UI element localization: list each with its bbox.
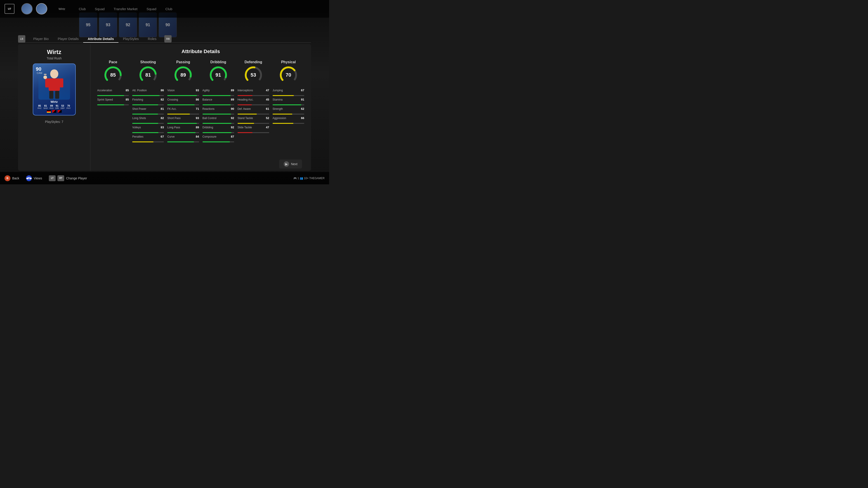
views-control[interactable]: ◀R▶ Views bbox=[26, 175, 42, 181]
bottom-right-info: 🎮 1 👥 10+ THEGAMER bbox=[293, 177, 324, 180]
attr-bar-container-physical-2 bbox=[273, 113, 304, 115]
svg-rect-5 bbox=[55, 91, 59, 99]
attr-name-dribbling-5: Composure bbox=[203, 135, 227, 138]
attr-val-defending-1: 45 bbox=[263, 98, 269, 101]
attr-row-shooting-3: Long Shots82 bbox=[132, 116, 164, 120]
attr-name-dribbling-2: Reactions bbox=[203, 107, 227, 110]
attr-name-pace-1: Sprint Speed bbox=[97, 98, 121, 101]
gauge-value-dribbling: 91 bbox=[215, 72, 221, 78]
change-player-control[interactable]: LT RT Change Player bbox=[49, 175, 87, 181]
attr-bar-passing-3 bbox=[167, 123, 197, 124]
attr-bar-shooting-3 bbox=[132, 123, 158, 124]
tab-player-bio[interactable]: Player Bio bbox=[29, 35, 53, 42]
attr-item-physical-3: Aggression66 bbox=[273, 116, 304, 126]
attr-row-passing-1: Crossing86 bbox=[167, 98, 199, 101]
gauge-value-passing: 89 bbox=[180, 72, 186, 78]
attr-column-pace: Pace 85Acceleration85Sprint Speed85 bbox=[97, 60, 129, 144]
card-stat-pas: 89 PAS bbox=[50, 104, 54, 109]
attr-item-passing-3: Short Pass93 bbox=[167, 116, 199, 126]
attr-row-dribbling-1: Balance89 bbox=[203, 98, 234, 101]
attr-bar-container-shooting-3 bbox=[132, 123, 164, 124]
attr-bar-passing-1 bbox=[167, 104, 195, 105]
attr-bar-container-passing-2 bbox=[167, 113, 199, 115]
attr-bar-container-physical-3 bbox=[273, 123, 304, 124]
attr-item-passing-4: Long Pass89 bbox=[167, 126, 199, 135]
attr-item-defending-4: Slide Tackle47 bbox=[238, 126, 269, 135]
card-player-name: Wirtz bbox=[51, 100, 58, 103]
attr-bar-container-shooting-4 bbox=[132, 132, 164, 133]
attr-bar-physical-3 bbox=[273, 123, 293, 124]
attr-column-passing: Passing 89Vision93Crossing86FK Acc.71Sho… bbox=[167, 60, 199, 144]
attr-row-physical-2: Strength62 bbox=[273, 107, 304, 110]
attr-bar-physical-2 bbox=[273, 113, 292, 115]
attr-row-pace-1: Sprint Speed85 bbox=[97, 98, 129, 101]
attribute-details-title: Attribute Details bbox=[97, 48, 304, 55]
attr-item-pace-1: Sprint Speed85 bbox=[97, 98, 129, 107]
attr-category-pace: Pace 85 bbox=[97, 60, 129, 85]
card-flags bbox=[47, 110, 62, 113]
attr-item-shooting-2: Shot Power81 bbox=[132, 107, 164, 116]
attr-bar-dribbling-1 bbox=[203, 104, 231, 105]
attr-name-passing-5: Curve bbox=[167, 135, 191, 138]
player-name: Wirtz bbox=[47, 48, 61, 56]
attr-val-passing-1: 86 bbox=[193, 98, 199, 101]
nav-item-club[interactable]: Club bbox=[79, 7, 86, 11]
attr-val-physical-2: 62 bbox=[298, 107, 304, 110]
attr-bar-defending-0 bbox=[238, 95, 252, 96]
tab-player-details[interactable]: Player Details bbox=[53, 35, 83, 42]
attr-bar-dribbling-5 bbox=[203, 141, 230, 142]
attr-val-shooting-4: 83 bbox=[158, 126, 164, 129]
attr-row-defending-4: Slide Tackle47 bbox=[238, 126, 269, 129]
playstyles-count: PlayStyles: 7 bbox=[45, 120, 63, 124]
attr-bar-shooting-2 bbox=[132, 113, 158, 115]
attr-item-passing-5: Curve84 bbox=[167, 135, 199, 144]
attr-val-shooting-3: 82 bbox=[158, 116, 164, 120]
card-stat-phy: 70 PHY bbox=[66, 104, 71, 109]
attr-name-passing-1: Crossing bbox=[167, 98, 191, 101]
attr-bar-container-passing-5 bbox=[167, 141, 199, 142]
attr-name-dribbling-0: Agility bbox=[203, 89, 227, 92]
attr-bar-dribbling-2 bbox=[203, 113, 231, 115]
svg-rect-4 bbox=[49, 91, 53, 99]
tab-roles[interactable]: Roles bbox=[143, 35, 161, 42]
attr-row-passing-4: Long Pass89 bbox=[167, 126, 199, 129]
svg-point-6 bbox=[43, 75, 47, 79]
nav-item-squad[interactable]: Squad bbox=[95, 7, 104, 11]
attr-name-passing-4: Long Pass bbox=[167, 126, 191, 129]
attr-row-shooting-5: Penalties67 bbox=[132, 135, 164, 138]
attr-row-shooting-0: Att. Position86 bbox=[132, 89, 164, 92]
nav-label-wirtz: Wirtz bbox=[59, 7, 65, 11]
attr-row-pace-0: Acceleration85 bbox=[97, 89, 129, 92]
back-control[interactable]: B Back bbox=[4, 175, 19, 181]
attr-name-dribbling-3: Ball Control bbox=[203, 117, 227, 120]
card-stat-def: 53 DEF bbox=[61, 104, 65, 109]
attr-bar-container-shooting-5 bbox=[132, 141, 164, 142]
card-stats-row: 85 PAC 81 SHO 89 PAS 91 DRI 53 DEF bbox=[37, 104, 71, 109]
nav-item-club2[interactable]: Club bbox=[165, 7, 173, 11]
attr-item-dribbling-5: Composure87 bbox=[203, 135, 234, 144]
gauge-value-shooting: 81 bbox=[145, 72, 151, 78]
card-stat-dri: 91 DRI bbox=[55, 104, 59, 109]
attr-category-shooting: Shooting 81 bbox=[132, 60, 164, 85]
player-card-image bbox=[38, 68, 70, 100]
btn-lt-badge: LT bbox=[49, 175, 56, 181]
attr-val-defending-3: 52 bbox=[263, 116, 269, 120]
attr-bar-passing-5 bbox=[167, 141, 194, 142]
attr-item-pace-0: Acceleration85 bbox=[97, 89, 129, 98]
next-button[interactable]: ▶ Next bbox=[279, 160, 302, 168]
attr-category-passing: Passing 89 bbox=[167, 60, 199, 85]
attr-column-physical: Physical 70Jumping67Stamina91Strength62A… bbox=[273, 60, 304, 144]
tab-ctrl-lb[interactable]: LB bbox=[18, 35, 25, 42]
tab-attribute-details[interactable]: Attribute Details bbox=[83, 35, 119, 42]
nav-item-transfer[interactable]: Transfer Market bbox=[114, 7, 137, 11]
attr-row-shooting-2: Shot Power81 bbox=[132, 107, 164, 110]
tab-ctrl-rb[interactable]: RB bbox=[164, 35, 172, 42]
attr-bar-container-shooting-1 bbox=[132, 104, 164, 105]
top-navigation: U7 Wirtz Club Squad Transfer Market Squa… bbox=[0, 0, 329, 18]
tab-playstyles[interactable]: PlayStyles bbox=[119, 35, 143, 42]
attr-row-defending-2: Def. Aware61 bbox=[238, 107, 269, 110]
player-silhouette bbox=[38, 68, 70, 100]
nav-item-squad2[interactable]: Squad bbox=[147, 7, 156, 11]
attr-row-physical-0: Jumping67 bbox=[273, 89, 304, 92]
attr-bar-container-passing-4 bbox=[167, 132, 199, 133]
